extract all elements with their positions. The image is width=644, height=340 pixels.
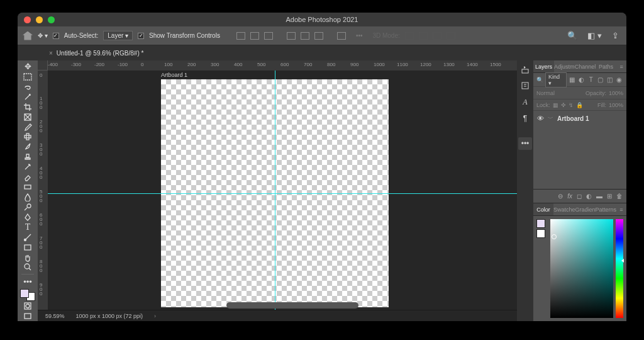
panel-tab-gradien[interactable]: Gradien: [575, 203, 595, 215]
screenmode-tool[interactable]: [19, 311, 36, 321]
workspace-icon[interactable]: ◧ ▾: [585, 31, 604, 40]
layer-row-artboard[interactable]: 👁 ﹀ Artboard 1: [533, 111, 626, 126]
filter-shape-icon[interactable]: ▢: [597, 76, 604, 84]
rail-properties-icon[interactable]: [519, 79, 531, 92]
align-center-v-icon[interactable]: [301, 32, 309, 40]
hue-slider[interactable]: [616, 219, 623, 318]
status-menu-icon[interactable]: ›: [154, 313, 156, 319]
align-left-icon[interactable]: [236, 32, 245, 40]
canvas-viewport[interactable]: Artboard 1: [48, 71, 517, 310]
stamp-tool[interactable]: [19, 152, 36, 162]
document-tab[interactable]: × Untitled-1 @ 59.6% (RGB/8#) *: [43, 47, 150, 59]
rail-history-icon[interactable]: [519, 63, 531, 76]
opacity-value[interactable]: 100%: [609, 90, 623, 96]
color-cursor[interactable]: [552, 234, 557, 239]
color-picker[interactable]: [533, 216, 626, 321]
filter-adjust-icon[interactable]: ◐: [578, 76, 586, 84]
dodge-tool[interactable]: [19, 202, 36, 212]
fill-value[interactable]: 100%: [609, 102, 623, 108]
rail-more-icon[interactable]: •••: [518, 137, 532, 150]
ruler-horizontal[interactable]: -400-300-200-100010020030040050060070080…: [48, 60, 517, 71]
link-layers-icon[interactable]: ⊖: [558, 193, 563, 200]
crop-tool[interactable]: [19, 102, 36, 112]
eyedropper-tool[interactable]: [19, 122, 36, 132]
marquee-tool[interactable]: [19, 72, 36, 82]
panel-menu-icon[interactable]: ≡: [616, 60, 626, 72]
filter-toggle-icon[interactable]: ◉: [616, 76, 623, 84]
filter-pixel-icon[interactable]: ▦: [569, 76, 576, 84]
guide-vertical[interactable]: [275, 71, 275, 310]
brush-tool[interactable]: [19, 142, 36, 152]
minimize-window-button[interactable]: [36, 16, 43, 23]
guide-horizontal[interactable]: [48, 193, 517, 194]
doc-dimensions[interactable]: 1000 px x 1000 px (72 ppi): [76, 313, 143, 319]
layer-name[interactable]: Artboard 1: [557, 115, 589, 122]
hand-tool[interactable]: [19, 252, 36, 263]
filter-smart-icon[interactable]: ◫: [606, 76, 614, 84]
panel-tab-paths[interactable]: Paths: [596, 60, 616, 72]
gradient-tool[interactable]: [19, 182, 36, 192]
rail-paragraph-icon[interactable]: ¶: [519, 112, 531, 125]
panel-tab-patterns[interactable]: Patterns: [595, 203, 616, 215]
expand-icon[interactable]: ﹀: [548, 115, 553, 123]
lock-pixels-icon[interactable]: ▦: [553, 102, 558, 108]
panel-tab-layers[interactable]: Layers: [533, 60, 554, 72]
filter-kind-select[interactable]: Kind ▾: [545, 72, 567, 88]
panel-tab-adjustm[interactable]: Adjustm: [554, 60, 575, 72]
zoom-level[interactable]: 59.59%: [45, 313, 65, 319]
history-brush-tool[interactable]: [19, 162, 36, 172]
layer-fx-icon[interactable]: fx: [567, 193, 572, 200]
adjustment-layer-icon[interactable]: ◐: [586, 193, 592, 200]
zoom-tool[interactable]: [19, 263, 36, 273]
layer-mask-icon[interactable]: ◻: [577, 193, 582, 200]
quickmask-tool[interactable]: [19, 301, 36, 311]
saturation-brightness-field[interactable]: [550, 219, 613, 318]
horizontal-scrollbar[interactable]: [226, 302, 358, 309]
align-right-icon[interactable]: [264, 32, 273, 40]
path-tool[interactable]: [19, 232, 36, 242]
blend-mode-select[interactable]: Normal: [536, 90, 555, 96]
lasso-tool[interactable]: [19, 82, 36, 92]
artboard-label[interactable]: Artboard 1: [161, 72, 187, 78]
close-tab-icon[interactable]: ×: [49, 50, 53, 57]
filter-type-icon[interactable]: T: [587, 76, 595, 84]
type-tool[interactable]: T: [19, 222, 36, 232]
panel-tab-color[interactable]: Color: [533, 203, 553, 215]
lock-all-icon[interactable]: 🔒: [576, 102, 583, 108]
more-tools-icon[interactable]: •••: [19, 276, 36, 286]
picker-foreground-swatch[interactable]: [536, 219, 545, 228]
eraser-tool[interactable]: [19, 172, 36, 182]
visibility-icon[interactable]: 👁: [537, 115, 544, 122]
share-icon[interactable]: ⇪: [609, 31, 621, 40]
ruler-vertical[interactable]: 01 0 02 0 03 0 04 0 05 0 06 0 07 0 08 0 …: [38, 71, 48, 310]
close-window-button[interactable]: [24, 16, 31, 23]
panel-tab-channel[interactable]: Channel: [575, 60, 596, 72]
healing-tool[interactable]: [19, 132, 36, 142]
align-top-icon[interactable]: [287, 32, 296, 40]
hue-cursor[interactable]: [621, 259, 624, 263]
search-icon[interactable]: 🔍: [565, 31, 580, 40]
foreground-color[interactable]: [20, 289, 29, 298]
lock-position-icon[interactable]: ✜: [561, 102, 566, 108]
rail-character-icon[interactable]: A: [519, 96, 531, 108]
panel-menu-icon[interactable]: ≡: [616, 203, 626, 215]
frame-tool[interactable]: [19, 112, 36, 122]
new-layer-icon[interactable]: ⊞: [607, 193, 612, 200]
group-icon[interactable]: ▬: [596, 193, 602, 200]
maximize-window-button[interactable]: [48, 16, 55, 23]
auto-select-target[interactable]: Layer ▾: [103, 31, 133, 40]
wand-tool[interactable]: [19, 92, 36, 102]
move-tool-icon[interactable]: ✥ ▾: [38, 32, 48, 39]
align-bottom-icon[interactable]: [314, 32, 323, 40]
more-options[interactable]: •••: [356, 32, 363, 39]
picker-background-swatch[interactable]: [536, 229, 545, 238]
color-swatches[interactable]: [20, 289, 35, 301]
align-center-h-icon[interactable]: [250, 32, 259, 40]
delete-layer-icon[interactable]: 🗑: [616, 193, 623, 200]
panel-tab-swatche[interactable]: Swatche: [553, 203, 575, 215]
pen-tool[interactable]: [19, 212, 36, 222]
lock-nested-icon[interactable]: ↯: [569, 102, 574, 108]
show-transform-checkbox[interactable]: ✓: [138, 33, 144, 39]
ruler-origin[interactable]: [38, 60, 48, 71]
blur-tool[interactable]: [19, 192, 36, 202]
